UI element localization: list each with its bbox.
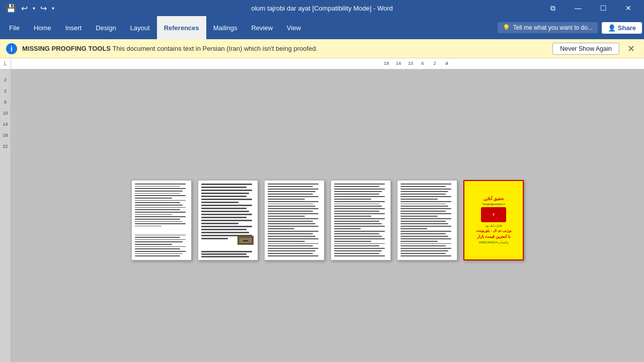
undo-dropdown-button[interactable]: ▾ — [31, 5, 37, 12]
text-line — [400, 250, 448, 251]
maximize-button[interactable]: ☐ — [592, 0, 615, 16]
text-line — [268, 241, 305, 242]
text-line — [334, 238, 385, 239]
text-line — [135, 223, 186, 224]
share-button[interactable]: 👤 Share — [602, 22, 642, 34]
text-line — [201, 214, 252, 215]
text-line — [400, 245, 446, 246]
tab-references[interactable]: References — [157, 16, 206, 39]
text-line — [400, 194, 446, 195]
notification-close-button[interactable]: ✕ — [624, 43, 638, 54]
tab-layout[interactable]: Layout — [123, 16, 157, 39]
text-line — [268, 189, 318, 190]
text-line — [400, 196, 451, 197]
text-line — [334, 191, 382, 192]
text-line — [268, 199, 305, 200]
text-line — [135, 191, 183, 192]
text-line — [268, 228, 294, 229]
text-line — [400, 206, 448, 207]
text-line — [334, 218, 385, 219]
text-line — [135, 209, 180, 210]
stamp-text: ■■■■ — [243, 239, 248, 242]
redo-button[interactable]: ↪ — [38, 3, 49, 14]
ad-logo-text: T — [493, 213, 495, 217]
more-button[interactable]: ▾ — [50, 5, 56, 12]
minimize-button[interactable]: — — [567, 0, 590, 16]
ruler-num-x2: 2 — [441, 61, 453, 66]
text-line — [334, 231, 385, 232]
page-1-content — [132, 180, 191, 260]
text-line — [201, 196, 247, 197]
page-thumbnail-3[interactable] — [264, 180, 325, 260]
tell-me-input[interactable]: 💡 Tell me what you want to do... — [498, 22, 598, 33]
text-line — [201, 238, 228, 239]
ruler-numbers: 18 14 10 6 2 2 — [11, 58, 644, 69]
text-line — [400, 201, 451, 202]
text-line — [334, 233, 379, 234]
text-line — [268, 201, 318, 202]
page-2-content — [198, 180, 258, 260]
v-ruler-10: 10 — [0, 108, 11, 119]
text-line — [268, 231, 318, 232]
text-line — [400, 189, 451, 190]
ad-title: تحقیق آنلاین — [484, 197, 503, 201]
text-line — [201, 256, 249, 257]
notification-message: This document contains text in Persian (… — [112, 45, 317, 52]
text-line — [135, 188, 186, 189]
text-line — [201, 205, 252, 206]
save-button[interactable]: 💾 — [4, 3, 18, 14]
quick-access-toolbar: 💾 ↩ ▾ ↪ ▾ — [4, 3, 56, 14]
main-area: 2 2 6 10 14 18 22 — [0, 69, 644, 362]
text-line — [400, 226, 451, 227]
close-button[interactable]: ✕ — [617, 0, 640, 16]
tab-file[interactable]: File — [2, 16, 27, 39]
text-line — [268, 186, 313, 187]
text-line — [135, 239, 186, 240]
text-line — [135, 255, 180, 256]
tab-design[interactable]: Design — [89, 16, 123, 39]
text-line — [268, 206, 315, 207]
text-line — [135, 253, 183, 254]
restore-window-button[interactable]: ⧉ — [541, 0, 565, 16]
page-thumbnail-4[interactable] — [331, 180, 391, 260]
text-line — [268, 250, 315, 251]
text-line — [135, 251, 186, 252]
tab-view[interactable]: View — [280, 16, 308, 39]
text-line — [334, 204, 379, 205]
text-line — [135, 244, 172, 245]
text-line — [201, 208, 247, 209]
page-thumbnails-row: ■■■■ — [131, 180, 524, 260]
undo-button[interactable]: ↩ — [19, 3, 30, 14]
document-canvas[interactable]: ■■■■ — [11, 69, 644, 362]
page-thumbnail-1[interactable] — [131, 180, 192, 260]
text-line — [334, 194, 379, 195]
tab-review[interactable]: Review — [244, 16, 280, 39]
text-line — [400, 216, 438, 217]
text-line — [400, 228, 427, 229]
text-line — [135, 226, 162, 227]
tab-home[interactable]: Home — [27, 16, 58, 39]
text-line — [268, 221, 313, 222]
never-show-again-button[interactable]: Never Show Again — [552, 43, 619, 55]
tab-mailings[interactable]: Mailings — [206, 16, 245, 39]
text-line — [400, 213, 451, 214]
v-ruler-22: 22 — [0, 141, 11, 152]
text-line — [400, 241, 438, 242]
ribbon: File Home Insert Design Layout Reference… — [0, 16, 644, 39]
text-line — [268, 208, 318, 209]
horizontal-ruler-area: L 18 14 10 6 2 2 — [0, 58, 644, 69]
text-line — [201, 193, 249, 194]
text-line — [334, 216, 371, 217]
page-thumbnail-2[interactable]: ■■■■ — [198, 180, 258, 260]
ad-content: تحقیق آنلاین Tahghighonline.ir T فایل دا… — [464, 181, 523, 259]
page-thumbnail-5[interactable] — [397, 180, 457, 260]
text-line — [268, 213, 318, 214]
text-line — [334, 206, 382, 207]
v-ruler-14: 14 — [0, 119, 11, 130]
page-thumbnail-6[interactable]: تحقیق آنلاین Tahghighonline.ir T فایل دا… — [463, 180, 524, 260]
text-line — [201, 190, 252, 191]
text-line — [135, 207, 186, 208]
tab-insert[interactable]: Insert — [58, 16, 89, 39]
vertical-ruler: 2 2 6 10 14 18 22 — [0, 69, 11, 362]
text-line — [268, 248, 318, 249]
